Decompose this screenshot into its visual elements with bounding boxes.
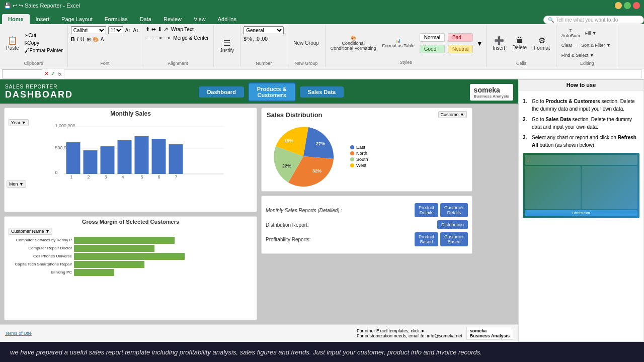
align-center-button[interactable]: ≡ bbox=[150, 35, 153, 41]
tab-insert[interactable]: Insert bbox=[30, 14, 56, 24]
tell-me-input[interactable]: 🔍 Tell me what you want to do bbox=[543, 16, 644, 24]
month-selector[interactable]: Mon ▼ bbox=[7, 180, 26, 188]
close-button[interactable] bbox=[633, 2, 640, 9]
font-color-button[interactable]: A bbox=[101, 37, 104, 42]
svg-text:1,000,000: 1,000,000 bbox=[55, 123, 75, 128]
year-selector[interactable]: Year ▼ bbox=[9, 119, 29, 126]
minimize-button[interactable] bbox=[615, 2, 622, 9]
name-box[interactable] bbox=[2, 69, 42, 78]
italic-button[interactable]: I bbox=[77, 36, 78, 42]
format-cells-button[interactable]: ⚙ Format bbox=[531, 29, 553, 57]
styles-group: 🎨 Conditional Conditional Formatting 📊 F… bbox=[326, 25, 487, 67]
chart-area: Year ▼ 1,000,000 500,000 0 bbox=[5, 119, 257, 190]
tab-home[interactable]: Home bbox=[2, 14, 30, 24]
new-group-button[interactable]: New Group bbox=[290, 29, 322, 57]
bold-button[interactable]: B bbox=[71, 36, 75, 42]
style-good[interactable]: Good bbox=[420, 45, 445, 53]
style-bad[interactable]: Bad bbox=[448, 33, 473, 42]
tab-addins[interactable]: Add-ins bbox=[212, 14, 243, 24]
styles-expand-button[interactable]: ▼ bbox=[476, 39, 483, 47]
terms-link[interactable]: Terms of Use bbox=[5, 331, 32, 336]
customer-dropdown[interactable]: Custome ▼ bbox=[438, 111, 467, 118]
undo-icon[interactable]: ↩ bbox=[13, 3, 17, 9]
percent-button[interactable]: % bbox=[248, 36, 252, 42]
svg-rect-9 bbox=[118, 140, 132, 174]
svg-text:7: 7 bbox=[175, 174, 178, 179]
wrap-text-button[interactable]: Wrap Text bbox=[170, 26, 195, 33]
maximize-button[interactable] bbox=[624, 2, 631, 9]
customer-details-button[interactable]: CustomerDetails bbox=[440, 203, 468, 217]
format-as-table-button[interactable]: 📊 Format as Table bbox=[380, 37, 416, 49]
style-neutral[interactable]: Neutral bbox=[448, 45, 473, 53]
style-normal[interactable]: Normal bbox=[420, 33, 445, 42]
underline-button[interactable]: U bbox=[80, 36, 85, 42]
redo-icon[interactable]: ↪ bbox=[19, 3, 23, 9]
insert-function-icon[interactable]: fx bbox=[57, 71, 62, 77]
copy-button[interactable]: ⎘ Copy bbox=[23, 40, 64, 46]
increase-decimal-button[interactable]: .0 bbox=[256, 36, 260, 42]
cut-button[interactable]: ✂ Cut bbox=[23, 32, 64, 39]
increase-font-button[interactable]: A↑ bbox=[125, 28, 131, 33]
confirm-formula-icon[interactable]: ✓ bbox=[51, 70, 55, 77]
align-left-button[interactable]: ≡ bbox=[145, 35, 148, 41]
bar-fill-5 bbox=[74, 269, 114, 276]
fill-color-button[interactable]: 🎨 bbox=[93, 37, 99, 42]
tab-view[interactable]: View bbox=[188, 14, 212, 24]
clear-button[interactable]: Clear = bbox=[559, 42, 578, 49]
decrease-indent-button[interactable]: ⇤ bbox=[159, 35, 164, 41]
cancel-formula-icon[interactable]: ✕ bbox=[44, 70, 49, 77]
format-painter-button[interactable]: 🖌 Format Painter bbox=[23, 47, 64, 54]
distribution-button[interactable]: Distribution bbox=[437, 220, 468, 229]
font-name-select[interactable]: Calibri bbox=[71, 26, 106, 34]
customer-name-selector[interactable]: Customer Name ▼ bbox=[9, 228, 52, 235]
decrease-decimal-button[interactable]: .00 bbox=[261, 36, 268, 42]
align-middle-button[interactable]: ⬌ bbox=[151, 26, 156, 33]
bar-row-3: Cell Phones Universe bbox=[9, 253, 253, 260]
svg-text:6: 6 bbox=[158, 174, 160, 179]
increase-indent-button[interactable]: ⇥ bbox=[166, 35, 170, 41]
clipboard-group: 📋 Paste ✂ Cut ⎘ Copy 🖌 Format Painter Cl… bbox=[0, 25, 68, 67]
number-format-select[interactable]: General bbox=[244, 26, 284, 34]
legend-east: East bbox=[350, 145, 368, 150]
orientation-button[interactable]: ↗ bbox=[164, 26, 168, 33]
tab-data[interactable]: Data bbox=[134, 14, 157, 24]
comma-button[interactable]: , bbox=[253, 36, 255, 42]
conditional-formatting-button[interactable]: 🎨 Conditional Conditional Formatting bbox=[329, 35, 378, 52]
alignment-group: ⬆ ⬌ ⬇ ↗ Wrap Text ≡ ≡ ≡ ⇤ ⇥ Merge & Cent… bbox=[142, 25, 214, 67]
tab-page-layout[interactable]: Page Layout bbox=[55, 14, 99, 24]
delete-cells-button[interactable]: 🗑 Delete bbox=[509, 29, 530, 57]
autosum-button[interactable]: Σ AutoSum bbox=[559, 27, 582, 39]
product-based-button[interactable]: ProductBased bbox=[415, 232, 438, 246]
svg-text:3: 3 bbox=[105, 174, 107, 179]
product-details-button[interactable]: ProductDetails bbox=[415, 203, 438, 217]
clipboard-label: Clipboard bbox=[24, 61, 44, 66]
fill-button[interactable]: Fill ▼ bbox=[583, 30, 599, 37]
font-content: Calibri 11 A↑ A↓ B I U ⊞ 🎨 A bbox=[71, 26, 139, 60]
decrease-font-button[interactable]: A↓ bbox=[133, 28, 139, 33]
bar-label-4: CapitalTech Smartphone Repair bbox=[9, 262, 74, 266]
tab-review[interactable]: Review bbox=[157, 14, 188, 24]
merge-center-button[interactable]: Merge & Center bbox=[172, 35, 210, 41]
sort-filter-button[interactable]: Sort & Filter ▼ bbox=[579, 42, 613, 49]
align-right-button[interactable]: ≡ bbox=[155, 35, 158, 41]
justify-button[interactable]: ☰ Justify bbox=[217, 32, 237, 60]
insert-cells-button[interactable]: ➕ Insert bbox=[490, 29, 508, 57]
border-button[interactable]: ⊞ bbox=[87, 37, 91, 42]
tab-formulas[interactable]: Formulas bbox=[99, 14, 134, 24]
customer-based-button[interactable]: CustomerBased bbox=[440, 232, 468, 246]
formula-input[interactable] bbox=[64, 69, 642, 78]
align-bottom-button[interactable]: ⬇ bbox=[157, 26, 162, 33]
dashboard-nav-button[interactable]: Dashboard bbox=[199, 86, 244, 98]
search-icon: 🔍 bbox=[548, 17, 554, 23]
paste-button[interactable]: 📋 Paste bbox=[3, 29, 22, 57]
font-size-select[interactable]: 11 bbox=[108, 26, 123, 34]
footer-text: For other Excel templates, click ► For c… bbox=[357, 328, 462, 338]
how-to-step-1: 1. Go to Products & Customers section. D… bbox=[523, 98, 639, 113]
save-icon[interactable]: 💾 bbox=[4, 3, 11, 9]
align-top-button[interactable]: ⬆ bbox=[145, 26, 150, 33]
currency-button[interactable]: $ bbox=[244, 36, 247, 42]
footer-logo-text: someka bbox=[470, 328, 510, 333]
find-select-button[interactable]: Find & Select ▼ bbox=[559, 52, 596, 59]
products-customers-nav-button[interactable]: Products &Customers bbox=[248, 82, 296, 102]
sales-data-nav-button[interactable]: Sales Data bbox=[300, 86, 344, 98]
